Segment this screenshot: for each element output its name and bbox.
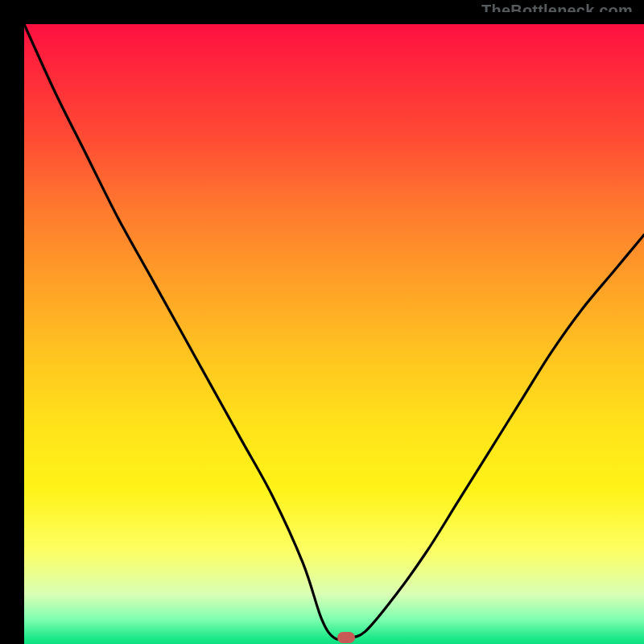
chart-frame — [12, 12, 632, 632]
optimal-point-marker — [337, 632, 355, 643]
bottleneck-curve — [24, 24, 644, 644]
plot-area — [24, 24, 644, 644]
